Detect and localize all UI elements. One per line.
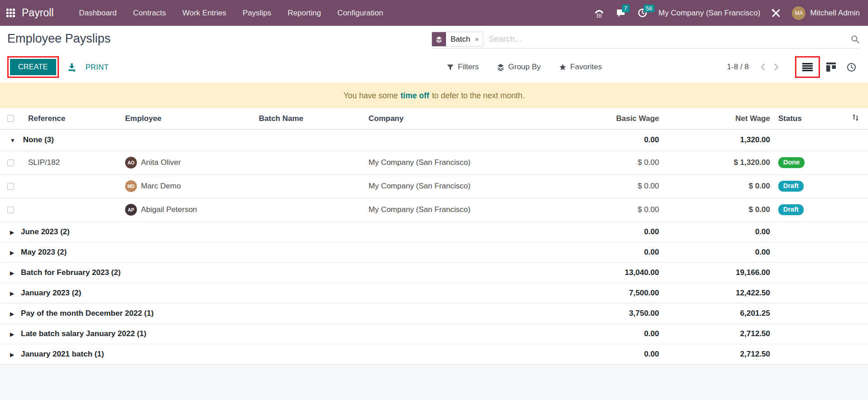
basic-wage-cell: $ 0.00 — [512, 198, 662, 222]
menu-dashboard[interactable]: Dashboard — [73, 5, 123, 21]
voip-phone-icon[interactable] — [593, 8, 605, 19]
menu-work-entries[interactable]: Work Entries — [176, 5, 233, 21]
apps-menu-icon[interactable] — [6, 9, 15, 18]
print-button[interactable]: PRINT — [86, 63, 109, 72]
group-row-batch-february-2023[interactable]: ▶Batch for February 2023 (2) 13,040.00 1… — [0, 262, 868, 283]
group-basic-wage: 0.00 — [512, 344, 662, 364]
activities-clock-icon[interactable]: 58 — [637, 8, 649, 19]
reference-cell — [23, 198, 122, 222]
export-download-icon[interactable] — [67, 63, 77, 72]
employee-name: Marc Demo — [141, 182, 181, 191]
column-header-status[interactable]: Status — [773, 108, 843, 129]
list-view-icon[interactable] — [798, 59, 817, 75]
time-off-link[interactable]: time off — [401, 91, 429, 101]
favorites-star-icon — [559, 63, 567, 71]
batch-name-cell — [256, 174, 365, 198]
group-by-button[interactable]: Group By — [497, 63, 541, 72]
menu-configuration[interactable]: Configuration — [331, 5, 389, 21]
table-row-abigail-peterson[interactable]: AP Abigail Peterson My Company (San Fran… — [0, 198, 868, 222]
group-basic-wage: 0.00 — [512, 242, 662, 262]
group-net-wage: 12,422.50 — [662, 283, 773, 303]
pager-previous-icon[interactable] — [756, 63, 770, 71]
group-label: Pay of the month December 2022 (1) — [21, 309, 154, 318]
group-basic-wage: 0.00 — [512, 129, 662, 151]
group-row-june-2023[interactable]: ▶June 2023 (2) 0.00 0.00 — [0, 222, 868, 242]
group-row-may-2023[interactable]: ▶May 2023 (2) 0.00 0.00 — [0, 242, 868, 262]
column-header-employee[interactable]: Employee — [122, 108, 256, 129]
net-wage-cell: $ 1,320.00 — [662, 151, 773, 174]
debug-tools-icon[interactable] — [770, 8, 782, 19]
caret-right-icon: ▶ — [10, 229, 21, 236]
menu-contracts[interactable]: Contracts — [126, 5, 172, 21]
employee-avatar: AP — [125, 204, 137, 216]
group-net-wage: 19,166.00 — [662, 262, 773, 283]
activity-view-icon[interactable] — [842, 59, 861, 76]
status-badge-draft: Draft — [778, 204, 804, 215]
column-header-batch-name[interactable]: Batch Name — [256, 108, 365, 129]
search-icon[interactable] — [851, 35, 860, 44]
top-navbar: Payroll Dashboard Contracts Work Entries… — [0, 0, 868, 26]
group-row-january-2023[interactable]: ▶January 2023 (2) 7,500.00 12,422.50 — [0, 283, 868, 303]
caret-right-icon: ▶ — [10, 270, 21, 276]
search-bar[interactable]: Batch × — [432, 30, 860, 48]
group-net-wage: 2,712.50 — [662, 344, 773, 364]
main-menu: Dashboard Contracts Work Entries Payslip… — [73, 5, 389, 21]
activities-count-badge: 58 — [644, 5, 655, 12]
column-header-basic-wage[interactable]: Basic Wage — [512, 108, 662, 129]
caret-right-icon: ▶ — [10, 311, 21, 317]
create-button[interactable]: CREATE — [10, 59, 56, 75]
messages-icon[interactable]: 7 — [615, 8, 627, 19]
kanban-view-icon[interactable] — [822, 59, 840, 75]
company-cell: My Company (San Francisco) — [365, 198, 512, 222]
group-basic-wage: 7,500.00 — [512, 283, 662, 303]
group-net-wage: 1,320.00 — [662, 129, 773, 151]
app-brand[interactable]: Payroll — [22, 7, 53, 19]
search-input[interactable] — [483, 34, 851, 44]
menu-payslips[interactable]: Payslips — [236, 5, 277, 21]
group-row-late-batch-january-2022[interactable]: ▶Late batch salary January 2022 (1) 0.00… — [0, 323, 868, 344]
employee-name: Abigail Peterson — [141, 205, 197, 214]
batch-name-cell — [256, 151, 365, 174]
group-label: June 2023 (2) — [21, 227, 70, 236]
time-off-warning-banner: You have some time off to defer to the n… — [0, 83, 868, 108]
filters-label: Filters — [458, 63, 479, 72]
group-row-january-2021-batch[interactable]: ▶January 2021 batch (1) 0.00 2,712.50 — [0, 344, 868, 364]
table-row-marc-demo[interactable]: MD Marc Demo My Company (San Francisco) … — [0, 174, 868, 198]
page-title: Employee Payslips — [0, 32, 111, 46]
column-header-net-wage[interactable]: Net Wage — [662, 108, 773, 129]
group-row-december-2022[interactable]: ▶Pay of the month December 2022 (1) 3,75… — [0, 303, 868, 323]
group-basic-wage: 0.00 — [512, 323, 662, 344]
company-cell: My Company (San Francisco) — [365, 151, 512, 174]
row-checkbox[interactable] — [7, 183, 14, 190]
user-avatar[interactable]: MA — [792, 6, 805, 20]
filter-funnel-icon — [446, 63, 454, 71]
create-highlight-box: CREATE — [7, 56, 59, 78]
table-row-slip-182[interactable]: SLIP/182 AO Anita Oliver My Company (San… — [0, 151, 868, 174]
facet-remove-icon[interactable]: × — [474, 32, 483, 46]
filters-button[interactable]: Filters — [446, 63, 479, 72]
menu-reporting[interactable]: Reporting — [281, 5, 328, 21]
group-label: Late batch salary January 2022 (1) — [21, 329, 146, 338]
column-header-company[interactable]: Company — [365, 108, 512, 129]
select-all-checkbox[interactable] — [7, 115, 14, 122]
column-header-reference[interactable]: Reference — [23, 108, 122, 129]
favorites-label: Favorites — [570, 63, 602, 72]
group-label: January 2023 (2) — [21, 289, 81, 297]
row-checkbox[interactable] — [7, 159, 14, 166]
search-facet-batch: Batch × — [432, 32, 483, 47]
banner-text-before: You have some — [344, 91, 398, 101]
group-by-layers-icon — [497, 63, 504, 71]
group-row-none[interactable]: ▼ None (3) 0.00 1,320.00 — [0, 129, 868, 151]
company-switcher[interactable]: My Company (San Francisco) — [659, 9, 761, 18]
user-menu[interactable]: Mitchell Admin — [810, 9, 860, 18]
reference-cell — [23, 174, 122, 198]
pager-next-icon[interactable] — [770, 63, 783, 71]
row-checkbox[interactable] — [7, 207, 14, 213]
list-view-highlight-box — [795, 56, 820, 78]
caret-right-icon: ▶ — [10, 290, 21, 297]
favorites-button[interactable]: Favorites — [559, 63, 602, 72]
group-label: None (3) — [23, 135, 54, 144]
caret-right-icon: ▶ — [10, 250, 21, 256]
optional-columns-icon[interactable] — [851, 113, 860, 122]
reference-cell: SLIP/182 — [23, 151, 122, 174]
